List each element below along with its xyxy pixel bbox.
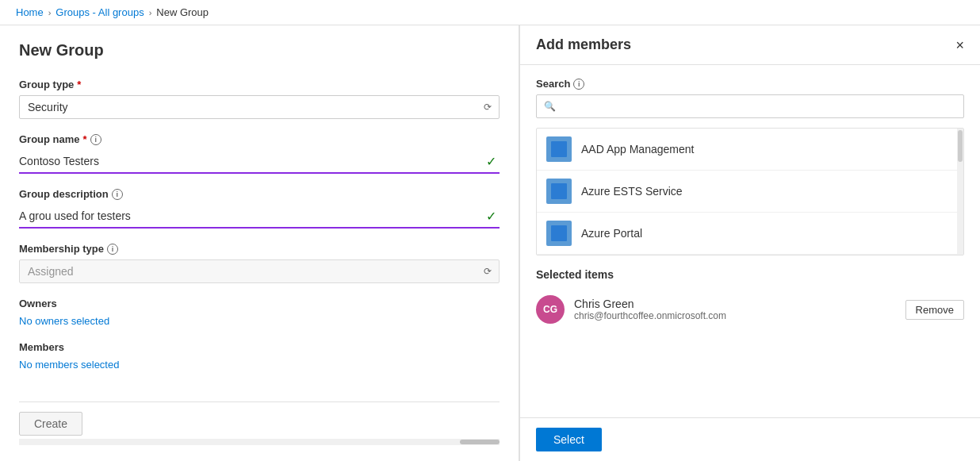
panel-title: Add members [536, 36, 631, 53]
membership-type-label: Membership type i [19, 243, 500, 255]
breadcrumb-current: New Group [156, 6, 209, 18]
selected-avatar-0: CG [536, 295, 565, 324]
selected-items-section: Selected items CG Chris Green chris@four… [536, 268, 964, 330]
result-avatar-inner-1 [551, 183, 567, 199]
members-label: Members [19, 341, 500, 353]
group-name-input[interactable] [19, 150, 486, 172]
group-type-select[interactable]: Security [19, 95, 500, 119]
results-scrollbar [957, 129, 963, 255]
membership-type-select-wrapper: Assigned ⟳ [19, 259, 500, 283]
membership-type-info-icon[interactable]: i [107, 244, 118, 255]
owners-label: Owners [19, 298, 500, 309]
group-description-label: Group description i [19, 188, 500, 200]
selected-item-0: CG Chris Green chris@fourthcoffee.onmicr… [536, 289, 964, 330]
membership-type-select: Assigned [19, 259, 500, 283]
select-button[interactable]: Select [536, 428, 602, 451]
group-type-field: Group type * Security ⟳ [19, 79, 500, 119]
no-owners-link[interactable]: No owners selected [19, 315, 109, 327]
breadcrumb-sep2: › [149, 8, 152, 17]
search-info-icon[interactable]: i [573, 79, 584, 90]
result-avatar-1 [546, 179, 572, 204]
group-name-input-wrapper: ✓ [19, 150, 500, 174]
group-description-info-icon[interactable]: i [112, 189, 123, 200]
breadcrumb-home[interactable]: Home [16, 6, 44, 18]
result-item-0[interactable]: AAD App Management [537, 129, 963, 171]
required-star: * [77, 79, 81, 90]
result-avatar-inner-2 [551, 225, 567, 241]
result-avatar-0 [546, 136, 572, 162]
create-button[interactable]: Create [19, 412, 82, 436]
horizontal-scrollbar-thumb [460, 440, 500, 444]
left-panel: New Group Group type * Security ⟳ [0, 25, 519, 461]
group-name-label: Group name * i [19, 133, 500, 145]
results-scrollbar-thumb [958, 130, 963, 162]
result-name-1: Azure ESTS Service [581, 185, 683, 198]
group-name-field: Group name * i ✓ [19, 133, 500, 174]
breadcrumb-sep1: › [48, 8, 52, 17]
group-type-label: Group type * [19, 79, 500, 90]
breadcrumb-groups[interactable]: Groups - All groups [56, 6, 144, 18]
close-button[interactable]: × [955, 38, 964, 52]
page-title: New Group [19, 41, 500, 60]
search-input-wrapper: 🔍 [536, 94, 964, 118]
search-icon: 🔍 [544, 101, 556, 112]
description-checkmark-icon: ✓ [486, 209, 500, 224]
results-list: AAD App Management Azure ESTS Service Az… [536, 128, 964, 255]
selected-name-0: Chris Green [574, 298, 896, 310]
result-item-1[interactable]: Azure ESTS Service [537, 171, 963, 213]
result-item-2[interactable]: Azure Portal [537, 213, 963, 255]
members-section: Members No members selected [19, 341, 500, 371]
membership-type-field: Membership type i Assigned ⟳ [19, 243, 500, 283]
result-avatar-2 [546, 221, 572, 246]
group-description-field: Group description i ✓ [19, 188, 500, 229]
selected-items-title: Selected items [536, 268, 964, 281]
owners-section: Owners No owners selected [19, 298, 500, 327]
required-star-name: * [83, 133, 87, 145]
group-description-input[interactable] [19, 205, 486, 227]
panel-header: Add members × [520, 25, 980, 65]
result-name-0: AAD App Management [581, 143, 694, 156]
left-bottom-bar: Create [19, 401, 500, 445]
checkmark-icon: ✓ [486, 154, 500, 169]
right-panel: Add members × Search i 🔍 AAD App Managem… [519, 25, 980, 461]
group-description-input-wrapper: ✓ [19, 205, 500, 229]
no-members-link[interactable]: No members selected [19, 359, 119, 371]
panel-body: Search i 🔍 AAD App Management [520, 65, 980, 417]
group-name-info-icon[interactable]: i [90, 134, 101, 145]
group-type-select-wrapper: Security ⟳ [19, 95, 500, 119]
search-label: Search i [536, 78, 964, 90]
breadcrumb: Home › Groups - All groups › New Group [0, 0, 980, 25]
panel-footer: Select [520, 417, 980, 461]
result-name-2: Azure Portal [581, 227, 642, 240]
remove-button-0[interactable]: Remove [905, 300, 964, 320]
selected-info-0: Chris Green chris@fourthcoffee.onmicroso… [574, 298, 896, 321]
result-avatar-inner-0 [551, 141, 567, 157]
selected-email-0: chris@fourthcoffee.onmicrosoft.com [574, 310, 896, 321]
search-input[interactable] [536, 94, 964, 118]
